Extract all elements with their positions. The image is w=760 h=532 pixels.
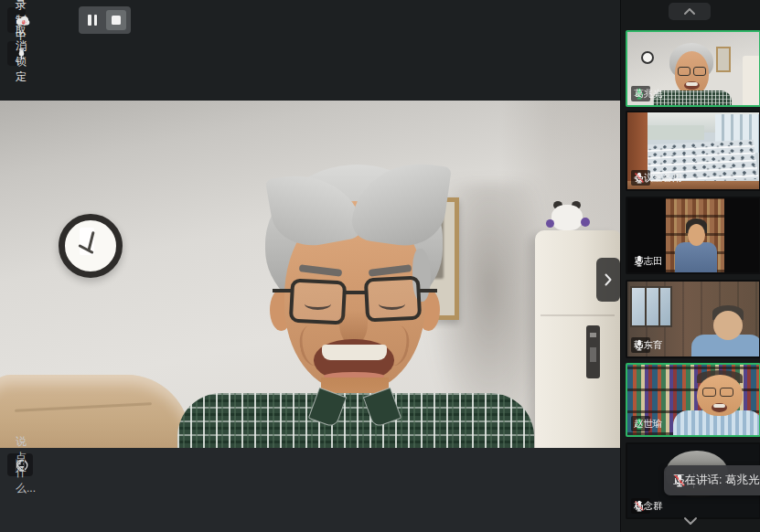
speaker-plaid-shirt	[177, 393, 534, 448]
wall-clock	[59, 214, 123, 278]
participant-tile[interactable]: 赵世瑜	[626, 363, 760, 437]
speaking-indicator-toast: 正在讲话: 葛兆光	[664, 465, 760, 495]
recording-controls	[79, 6, 131, 34]
chevron-right-icon	[604, 272, 613, 287]
participant-tile[interactable]: 会议室备用	[626, 111, 760, 191]
scroll-down-button[interactable]	[674, 513, 707, 529]
participants-sidebar: 葛兆光 会议室备用	[620, 0, 760, 532]
speaker-glasses-arm	[418, 289, 437, 293]
unpin-label: 取消锁定	[16, 23, 27, 85]
participant-name: 会议室备用	[634, 172, 682, 183]
divider	[24, 459, 25, 471]
speaker-glasses-bridge	[343, 291, 368, 294]
chevron-up-icon	[683, 7, 696, 16]
participant-tile[interactable]: 韩东育	[626, 280, 760, 358]
meeting-window: 录制中 取消锁定 说点什么...	[0, 0, 760, 532]
chevron-down-icon	[683, 516, 698, 526]
participant-name: 韩东育	[634, 339, 663, 350]
sidebar-collapse-handle[interactable]	[596, 258, 620, 302]
participant-tile[interactable]: 罗志田	[626, 197, 760, 274]
scroll-up-button[interactable]	[669, 3, 711, 20]
participant-nameplate: 韩东育	[631, 337, 650, 353]
pinned-speaker-video[interactable]	[0, 101, 620, 448]
speaker-teeth	[322, 345, 387, 360]
participant-name: 杨念群	[634, 500, 663, 511]
speaker-glasses	[364, 275, 422, 322]
main-stage: 录制中 取消锁定 说点什么...	[0, 0, 620, 532]
stop-recording-button[interactable]	[106, 10, 126, 30]
bottom-bar	[0, 448, 620, 532]
chat-quick-bar: 说点什么...	[7, 453, 33, 476]
speaker-glasses	[289, 278, 347, 325]
participant-name: 罗志田	[634, 255, 663, 266]
chevron-left-icon[interactable]	[16, 460, 23, 471]
participant-nameplate: 葛兆光	[631, 86, 650, 101]
participant-name: 赵世瑜	[634, 418, 663, 429]
participant-tile[interactable]: 葛兆光	[626, 30, 760, 107]
pause-recording-button[interactable]	[83, 10, 102, 30]
toy-figure	[546, 201, 590, 232]
participant-name: 葛兆光	[634, 88, 663, 99]
participant-nameplate: 杨念群	[631, 498, 650, 514]
participant-nameplate: 赵世瑜	[631, 416, 650, 431]
participant-nameplate: 会议室备用	[631, 170, 650, 186]
speaking-toast-text: 正在讲话: 葛兆光	[673, 473, 759, 488]
unpin-video-button[interactable]: 取消锁定	[7, 41, 26, 66]
participant-nameplate: 罗志田	[631, 253, 650, 269]
speaker-glasses-arm	[273, 289, 292, 293]
